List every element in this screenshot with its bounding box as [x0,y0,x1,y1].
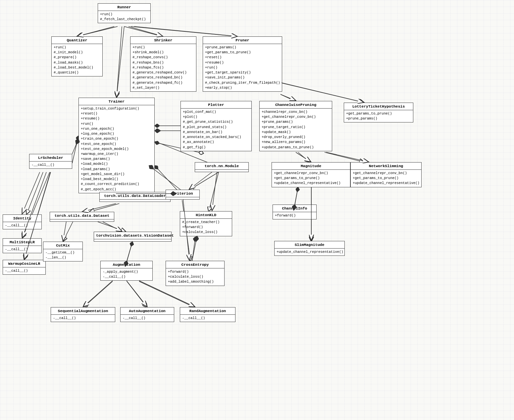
class-Plotter-methods: +plot_conf_mat()+plot()#_get_prune_stati… [181,109,251,151]
class-Shrinker-methods: +run()+shrink_model()#_reshape_convs()#_… [130,44,196,91]
class-LotteryTicketHypothesis: LotteryTicketHypothesis +get_params_to_p… [344,103,413,122]
class-LotteryTicketHypothesis-methods: +get_params_to_prune()+prune_params() [344,110,413,122]
svg-line-59 [282,83,364,103]
class-Criterion-title: Criterion [166,190,199,197]
class-ChannelInfo-title: ChannelInfo [273,205,316,212]
class-SequentialAugmentation-methods: -__call__() [51,315,115,322]
svg-line-24 [298,152,310,162]
class-Shrinker: Shrinker +run()+shrink_model()#_reshape_… [130,36,196,92]
class-Trainer: Trainer +setup_train_configuration()+res… [78,98,155,193]
svg-line-11 [26,172,43,214]
class-Runner-title: Runner [98,4,150,11]
class-LrScheduler-title: LrScheduler [29,154,72,162]
class-Magnitude-methods: +get_channelrepr_conv_bn()+get_params_to… [272,170,350,187]
class-VisionDataset-methods [94,239,171,241]
class-ChannelwisePruning-methods: +channelrepr_conv_bn()+get_channelrepr_c… [260,109,332,151]
class-Quantizer-methods: +run()#_init_model()#_prepare()#_load_ma… [52,44,102,76]
svg-line-5 [124,26,162,36]
class-DataLoader-title: torch.utils.data.DataLoader [100,192,170,200]
class-Identity-title: Identity [3,215,41,222]
class-NetworkSlimming-methods: +get_channelrepr_conv_bn()+get_params_to… [351,170,421,187]
class-CrossEntropy-title: CrossEntropy [166,261,224,268]
class-Identity-methods: -__call__() [3,222,41,229]
class-torch-nn-Module-methods [195,170,248,172]
svg-line-36 [77,26,114,36]
class-Dataset: torch.utils.data.Dataset [50,212,114,222]
class-ChannelInfo: ChannelInfo +forward() [273,205,317,219]
class-Shrinker-title: Shrinker [130,37,196,44]
class-SlimMagnitude: SlimMagnitude +update_channel_representa… [274,241,345,256]
class-Augmentation-methods: -_apply_augment()-__call__() [101,268,152,280]
svg-line-49 [83,281,113,307]
svg-line-16 [98,222,126,232]
class-WarmupCosineLR-title: WarmupCosineLR [3,260,45,267]
svg-line-23 [281,83,364,103]
class-SequentialAugmentation-title: SequentialAugmentation [51,307,115,315]
class-Pruner-methods: +prune_params()+get_params_to_prune()+re… [203,44,282,91]
svg-line-26 [295,187,298,205]
svg-line-29 [209,172,219,212]
class-Trainer-methods: +setup_train_configuration()+reset()+res… [79,105,154,193]
class-MultiStepLR: MultiStepLR -__call__() [3,238,42,253]
svg-line-61 [326,152,369,162]
svg-line-38 [128,26,163,36]
svg-line-40 [72,139,78,154]
class-AutoAugmentation-methods: -__call__() [121,315,174,322]
class-LotteryTicketHypothesis-title: LotteryTicketHypothesis [344,103,413,110]
class-Plotter-title: Plotter [181,101,251,109]
svg-line-31 [192,237,195,261]
class-Quantizer: Quantizer +run()#_init_model()#_prepare(… [51,36,103,76]
class-torch-nn-Module: torch.nn.Module [195,162,249,172]
class-torch-nn-Module-title: torch.nn.Module [195,163,248,170]
class-ChannelwisePruning: ChannelwisePruning +channelrepr_conv_bn(… [259,101,332,151]
uml-diagram: Runner +run()#_fetch_last_checkpt() Quan… [0,0,514,420]
class-MultiStepLR-title: MultiStepLR [3,239,41,246]
class-AutoAugmentation: AutoAugmentation -__call__() [120,307,174,322]
class-Pruner-title: Pruner [203,37,282,44]
svg-line-10 [155,165,179,192]
class-Augmentation-title: Augmentation [101,261,152,268]
class-ChannelwisePruning-title: ChannelwisePruning [260,101,332,109]
class-RandAugmentation: RandAugmentation -__call__() [180,307,235,322]
class-WarmupCosineLR-methods: -__call__() [3,267,45,274]
class-Runner-methods: +run()#_fetch_last_checkpt() [98,11,150,23]
svg-line-39 [134,26,238,36]
svg-line-4 [77,26,118,36]
class-VisionDataset-title: torchvision.datasets.VisionDataset [94,232,171,239]
class-CutMix: CutMix -__getitem__()-__len__() [43,242,83,261]
svg-line-57 [192,236,197,261]
svg-line-8 [72,136,78,163]
class-Plotter: Plotter +plot_conf_mat()+plot()#_get_pru… [180,101,252,151]
svg-line-46 [63,222,66,242]
class-Pruner: Pruner +prune_params()+get_params_to_pru… [203,36,282,92]
class-DataLoader-methods [100,200,170,202]
class-Quantizer-title: Quantizer [52,37,102,44]
class-Magnitude-title: Magnitude [272,163,350,170]
class-HintonKLD-methods: #_create_teacher()+forward()+calculate_l… [180,219,232,236]
svg-line-37 [117,26,122,98]
svg-line-60 [296,152,311,162]
class-Trainer-title: Trainer [79,98,154,105]
class-VisionDataset: torchvision.datasets.VisionDataset [94,232,172,242]
svg-line-14 [89,204,119,212]
svg-line-18 [83,281,113,308]
svg-line-55 [212,172,217,211]
svg-line-19 [127,281,147,308]
svg-line-48 [127,242,132,261]
svg-line-58 [281,94,296,101]
class-ChannelInfo-methods: +forward() [273,212,316,219]
class-NetworkSlimming: NetworkSlimming +get_channelrepr_conv_bn… [350,162,422,187]
class-HintonKLD: HintonKLD #_create_teacher()+forward()+c… [180,211,232,236]
class-LrScheduler: LrScheduler -__call__() [29,154,72,169]
class-Identity: Identity -__call__() [3,214,42,229]
class-Dataset-methods [50,219,114,221]
class-MultiStepLR-methods: -__call__() [3,246,41,253]
svg-line-45 [82,204,116,212]
class-CutMix-methods: -__getitem__()-__len__() [43,249,82,261]
svg-line-54 [189,172,212,190]
class-CrossEntropy: CrossEntropy +forward()+calculate_loss()… [166,261,225,286]
class-CutMix-title: CutMix [43,242,82,249]
class-Magnitude: Magnitude +get_channelrepr_conv_bn()+get… [272,162,350,187]
class-Dataset-title: torch.utils.data.Dataset [50,212,114,219]
svg-line-7 [117,26,124,98]
